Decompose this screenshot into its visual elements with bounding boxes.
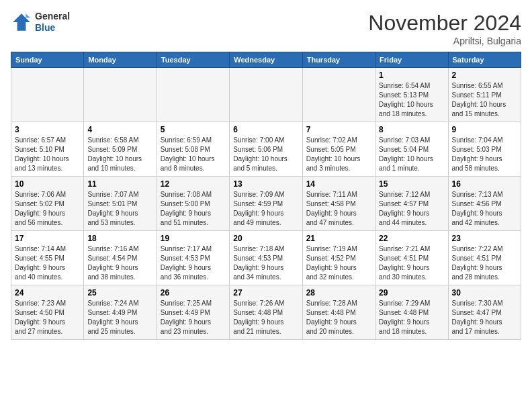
calendar-cell: 1Sunrise: 6:54 AMSunset: 5:13 PMDaylight… (375, 68, 448, 122)
calendar-cell: 9Sunrise: 7:04 AMSunset: 5:03 PMDaylight… (448, 122, 521, 177)
day-info: Sunrise: 7:07 AMSunset: 5:01 PMDaylight:… (87, 190, 152, 228)
day-number: 13 (233, 179, 298, 189)
day-info: Sunrise: 6:54 AMSunset: 5:13 PMDaylight:… (379, 81, 444, 119)
calendar-cell: 25Sunrise: 7:24 AMSunset: 4:49 PMDayligh… (84, 285, 157, 340)
calendar-cell: 16Sunrise: 7:13 AMSunset: 4:56 PMDayligh… (448, 177, 521, 231)
calendar-cell (302, 68, 375, 122)
day-number: 22 (379, 234, 444, 243)
calendar-week-0: 1Sunrise: 6:54 AMSunset: 5:13 PMDaylight… (11, 68, 521, 122)
day-info: Sunrise: 7:00 AMSunset: 5:06 PMDaylight:… (233, 136, 298, 173)
weekday-wednesday: Wednesday (230, 52, 302, 68)
title-block: November 2024 Apriltsi, Bulgaria (368, 11, 521, 46)
day-info: Sunrise: 7:24 AMSunset: 4:49 PMDaylight:… (87, 299, 152, 336)
day-number: 30 (452, 288, 517, 298)
day-info: Sunrise: 7:25 AMSunset: 4:49 PMDaylight:… (161, 299, 226, 336)
page-header: General Blue November 2024 Apriltsi, Bul… (11, 11, 521, 46)
logo-general-text: General (35, 11, 70, 22)
calendar-week-4: 24Sunrise: 7:23 AMSunset: 4:50 PMDayligh… (11, 285, 521, 340)
logo: General Blue (11, 11, 70, 34)
calendar-cell: 13Sunrise: 7:09 AMSunset: 4:59 PMDayligh… (230, 177, 302, 231)
day-number: 26 (161, 288, 226, 298)
day-number: 2 (452, 71, 517, 80)
day-number: 24 (15, 288, 80, 298)
calendar-week-2: 10Sunrise: 7:06 AMSunset: 5:02 PMDayligh… (11, 177, 521, 231)
calendar-table: SundayMondayTuesdayWednesdayThursdayFrid… (11, 52, 521, 340)
day-info: Sunrise: 7:11 AMSunset: 4:58 PMDaylight:… (306, 190, 371, 228)
day-info: Sunrise: 7:29 AMSunset: 4:48 PMDaylight:… (379, 299, 444, 336)
calendar-cell: 10Sunrise: 7:06 AMSunset: 5:02 PMDayligh… (11, 177, 84, 231)
day-info: Sunrise: 7:14 AMSunset: 4:55 PMDaylight:… (15, 244, 80, 282)
day-number: 12 (161, 179, 226, 189)
day-info: Sunrise: 7:04 AMSunset: 5:03 PMDaylight:… (452, 136, 517, 173)
location: Apriltsi, Bulgaria (368, 36, 521, 46)
day-info: Sunrise: 7:21 AMSunset: 4:51 PMDaylight:… (379, 244, 444, 282)
day-number: 18 (87, 234, 152, 243)
day-number: 8 (379, 125, 444, 134)
day-number: 19 (161, 234, 226, 243)
calendar-cell (157, 68, 229, 122)
day-info: Sunrise: 6:57 AMSunset: 5:10 PMDaylight:… (15, 136, 80, 173)
calendar-body: 1Sunrise: 6:54 AMSunset: 5:13 PMDaylight… (11, 68, 521, 340)
calendar-cell: 17Sunrise: 7:14 AMSunset: 4:55 PMDayligh… (11, 231, 84, 285)
day-number: 7 (306, 125, 371, 134)
calendar-cell: 5Sunrise: 6:59 AMSunset: 5:08 PMDaylight… (157, 122, 229, 177)
day-number: 10 (15, 179, 80, 189)
day-number: 14 (306, 179, 371, 189)
day-number: 27 (233, 288, 298, 298)
day-info: Sunrise: 6:59 AMSunset: 5:08 PMDaylight:… (161, 136, 226, 173)
weekday-monday: Monday (84, 52, 157, 68)
calendar-cell (11, 68, 84, 122)
day-number: 28 (306, 288, 371, 298)
day-info: Sunrise: 7:09 AMSunset: 4:59 PMDaylight:… (233, 190, 298, 228)
day-info: Sunrise: 7:28 AMSunset: 4:48 PMDaylight:… (306, 299, 371, 336)
weekday-thursday: Thursday (302, 52, 375, 68)
day-number: 15 (379, 179, 444, 189)
day-info: Sunrise: 7:16 AMSunset: 4:54 PMDaylight:… (87, 244, 152, 282)
day-info: Sunrise: 7:08 AMSunset: 5:00 PMDaylight:… (161, 190, 226, 228)
day-info: Sunrise: 7:02 AMSunset: 5:05 PMDaylight:… (306, 136, 371, 173)
calendar-cell: 14Sunrise: 7:11 AMSunset: 4:58 PMDayligh… (302, 177, 375, 231)
calendar-cell: 23Sunrise: 7:22 AMSunset: 4:51 PMDayligh… (448, 231, 521, 285)
calendar-cell: 29Sunrise: 7:29 AMSunset: 4:48 PMDayligh… (375, 285, 448, 340)
day-number: 6 (233, 125, 298, 134)
calendar-cell: 21Sunrise: 7:19 AMSunset: 4:52 PMDayligh… (302, 231, 375, 285)
day-info: Sunrise: 7:19 AMSunset: 4:52 PMDaylight:… (306, 244, 371, 282)
day-number: 9 (452, 125, 517, 134)
calendar-week-1: 3Sunrise: 6:57 AMSunset: 5:10 PMDaylight… (11, 122, 521, 177)
day-number: 20 (233, 234, 298, 243)
day-info: Sunrise: 7:12 AMSunset: 4:57 PMDaylight:… (379, 190, 444, 228)
day-number: 5 (161, 125, 226, 134)
calendar-cell (230, 68, 302, 122)
day-info: Sunrise: 6:58 AMSunset: 5:09 PMDaylight:… (87, 136, 152, 173)
logo-icon (11, 11, 32, 33)
weekday-sunday: Sunday (11, 52, 84, 68)
calendar-cell: 24Sunrise: 7:23 AMSunset: 4:50 PMDayligh… (11, 285, 84, 340)
calendar-header: SundayMondayTuesdayWednesdayThursdayFrid… (11, 52, 521, 68)
calendar-week-3: 17Sunrise: 7:14 AMSunset: 4:55 PMDayligh… (11, 231, 521, 285)
calendar-cell: 19Sunrise: 7:17 AMSunset: 4:53 PMDayligh… (157, 231, 229, 285)
day-number: 17 (15, 234, 80, 243)
day-info: Sunrise: 7:30 AMSunset: 4:47 PMDaylight:… (452, 299, 517, 336)
calendar-cell: 12Sunrise: 7:08 AMSunset: 5:00 PMDayligh… (157, 177, 229, 231)
calendar-cell: 6Sunrise: 7:00 AMSunset: 5:06 PMDaylight… (230, 122, 302, 177)
svg-marker-1 (26, 13, 30, 17)
calendar-cell: 20Sunrise: 7:18 AMSunset: 4:53 PMDayligh… (230, 231, 302, 285)
logo-blue-text: Blue (35, 22, 70, 34)
calendar-cell: 11Sunrise: 7:07 AMSunset: 5:01 PMDayligh… (84, 177, 157, 231)
calendar-cell: 8Sunrise: 7:03 AMSunset: 5:04 PMDaylight… (375, 122, 448, 177)
day-number: 16 (452, 179, 517, 189)
day-number: 29 (379, 288, 444, 298)
calendar-cell: 27Sunrise: 7:26 AMSunset: 4:48 PMDayligh… (230, 285, 302, 340)
day-number: 23 (452, 234, 517, 243)
calendar-cell: 30Sunrise: 7:30 AMSunset: 4:47 PMDayligh… (448, 285, 521, 340)
calendar-cell: 7Sunrise: 7:02 AMSunset: 5:05 PMDaylight… (302, 122, 375, 177)
day-number: 25 (87, 288, 152, 298)
day-number: 3 (15, 125, 80, 134)
calendar-cell: 15Sunrise: 7:12 AMSunset: 4:57 PMDayligh… (375, 177, 448, 231)
weekday-friday: Friday (375, 52, 448, 68)
calendar-cell (84, 68, 157, 122)
calendar-cell: 28Sunrise: 7:28 AMSunset: 4:48 PMDayligh… (302, 285, 375, 340)
day-info: Sunrise: 7:06 AMSunset: 5:02 PMDaylight:… (15, 190, 80, 228)
day-info: Sunrise: 7:23 AMSunset: 4:50 PMDaylight:… (15, 299, 80, 336)
weekday-saturday: Saturday (448, 52, 521, 68)
